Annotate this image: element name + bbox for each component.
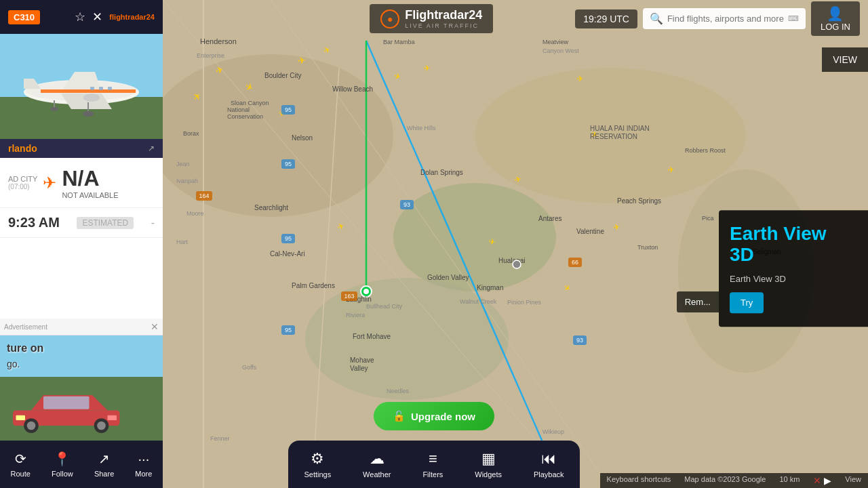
svg-text:White Hills: White Hills — [407, 125, 436, 131]
filters-nav-item[interactable]: ≡ Filters — [416, 450, 450, 479]
svg-point-108 — [50, 107, 58, 111]
settings-icon: ⚙ — [311, 450, 324, 468]
svg-text:Peach Springs: Peach Springs — [617, 197, 661, 205]
keyboard-shortcuts-text: Keyboard shortcuts — [607, 475, 671, 486]
remove-button[interactable]: Rem... — [677, 291, 719, 312]
flight-route-row: AD CITY (07:00) ✈ N/A NOT AVAILABLE — [0, 158, 163, 208]
svg-text:Truxton: Truxton — [637, 244, 658, 251]
route-dest: N/A NOT AVAILABLE — [62, 166, 118, 199]
external-link-icon[interactable]: ↗ — [148, 144, 155, 153]
bottom-nav-center: ⚙ Settings ☁ Weather ≡ Filters ▦ Widgets… — [288, 441, 580, 488]
earth-view-panel: Earth View3D Earth View 3D Try — [719, 210, 868, 327]
route-from: AD CITY (07:00) — [8, 175, 37, 190]
svg-text:Henderson: Henderson — [200, 37, 237, 45]
share-nav-item[interactable]: ↗ Share — [94, 451, 114, 478]
search-icon: 🔍 — [650, 12, 663, 25]
svg-text:Willow Beach: Willow Beach — [332, 85, 373, 93]
route-label: Route — [11, 470, 31, 478]
route-nav-item[interactable]: ⟳ Route — [11, 451, 31, 478]
svg-text:164: 164 — [199, 192, 209, 199]
svg-text:Goffs: Goffs — [242, 364, 257, 371]
status-bar: Keyboard shortcuts Map data ©2023 Google… — [600, 473, 868, 488]
arrival-row: 9:23 AM ESTIMATED - — [0, 208, 163, 238]
utc-clock: 19:29 UTC — [575, 9, 637, 28]
route-from-label: AD CITY — [8, 175, 37, 183]
bottom-nav-left: ⟳ Route 📍 Follow ↗ Share ··· More — [0, 441, 163, 488]
svg-text:HUALA PAI INDIAN: HUALA PAI INDIAN — [590, 125, 650, 132]
route-icon: ⟳ — [15, 451, 26, 467]
svg-text:Meatview: Meatview — [542, 39, 569, 45]
svg-point-115 — [97, 422, 106, 430]
flight-callsign: rlando — [8, 143, 37, 154]
left-panel: C310 ☆ ✕ flightradar24 — [0, 0, 163, 474]
favorite-button[interactable]: ☆ — [75, 9, 85, 24]
svg-point-106 — [83, 111, 94, 117]
view-text: View — [845, 475, 861, 486]
ad-text-line2: go. — [7, 359, 20, 369]
close-button[interactable]: ✕ — [92, 9, 102, 24]
svg-text:Fort Mohave: Fort Mohave — [353, 333, 391, 340]
follow-nav-item[interactable]: 📍 Follow — [52, 451, 73, 478]
svg-text:Cal-Nev-Ari: Cal-Nev-Ari — [270, 250, 305, 258]
widgets-label: Widgets — [475, 470, 502, 479]
logo-title: Flightradar24 — [405, 8, 482, 22]
widgets-nav-item[interactable]: ▦ Widgets — [468, 450, 509, 479]
logo-area[interactable]: ● Flightradar24 LIVE AIR TRAFFIC — [288, 4, 575, 33]
settings-nav-item[interactable]: ⚙ Settings — [297, 450, 338, 479]
svg-text:Ivanpah: Ivanpah — [176, 178, 198, 184]
svg-text:95: 95 — [285, 106, 292, 113]
search-bar[interactable]: 🔍 ⌨ — [643, 8, 806, 29]
playback-nav-item[interactable]: ⏮ Playback — [527, 450, 571, 479]
svg-text:Enterprise: Enterprise — [197, 52, 224, 59]
svg-text:Searchlight: Searchlight — [254, 204, 288, 211]
share-label: Share — [94, 470, 114, 478]
play-icon[interactable]: ▶ — [824, 475, 831, 486]
svg-text:✈: ✈ — [667, 165, 675, 175]
scale-text: 10 km — [779, 475, 800, 486]
ad-close-button[interactable]: ✕ — [151, 321, 159, 332]
filters-label: Filters — [422, 470, 443, 479]
upgrade-icon: 🔓 — [393, 410, 406, 422]
login-label: LOG IN — [821, 22, 850, 32]
x-icon[interactable]: ✕ — [813, 475, 821, 486]
svg-point-113 — [27, 422, 36, 430]
view-button[interactable]: VIEW — [822, 47, 868, 72]
weather-label: Weather — [363, 470, 391, 479]
weather-nav-item[interactable]: ☁ Weather — [356, 450, 397, 479]
svg-text:Conservation: Conservation — [227, 113, 263, 120]
svg-rect-111 — [43, 396, 90, 409]
svg-marker-99 — [24, 79, 41, 89]
dest-label: NOT AVAILABLE — [62, 191, 118, 199]
follow-icon: 📍 — [54, 451, 71, 467]
more-nav-item[interactable]: ··· More — [135, 451, 152, 478]
svg-text:Wikieup: Wikieup — [542, 428, 564, 435]
ad-header: Advertisement ✕ — [0, 319, 163, 336]
svg-text:Valley: Valley — [350, 365, 368, 372]
earth-view-cta-button[interactable]: Try — [730, 292, 764, 313]
panel-header-right: ☆ ✕ flightradar24 — [75, 9, 155, 24]
arrival-status: ESTIMATED — [77, 217, 134, 229]
upgrade-button[interactable]: 🔓 Upgrade now — [374, 402, 494, 430]
playback-label: Playback — [534, 470, 564, 479]
bottom-icons: ✕ ▶ — [813, 475, 831, 486]
ad-label: Advertisement — [4, 323, 47, 331]
svg-text:Borax: Borax — [183, 130, 199, 137]
svg-text:93: 93 — [576, 337, 583, 344]
more-icon: ··· — [138, 451, 150, 467]
svg-text:66: 66 — [572, 259, 578, 266]
svg-text:Riviera: Riviera — [346, 312, 365, 319]
plane-illustration — [14, 52, 149, 122]
settings-label: Settings — [304, 470, 331, 479]
svg-text:95: 95 — [285, 327, 292, 333]
fr24-logo-icon: ● — [380, 9, 399, 28]
login-button[interactable]: 👤 LOG IN — [811, 1, 860, 36]
svg-text:Fenner: Fenner — [210, 435, 230, 442]
svg-text:RESERVATION: RESERVATION — [590, 133, 637, 140]
search-input[interactable] — [667, 14, 784, 24]
svg-text:Kingman: Kingman — [477, 284, 503, 291]
svg-text:Bar Mamba: Bar Mamba — [383, 39, 415, 45]
fr24-small-logo: flightradar24 — [109, 13, 155, 21]
svg-text:Bullhead City: Bullhead City — [366, 303, 403, 310]
upgrade-label: Upgrade now — [411, 411, 475, 422]
earth-view-subtitle: Earth View 3D — [730, 274, 857, 284]
